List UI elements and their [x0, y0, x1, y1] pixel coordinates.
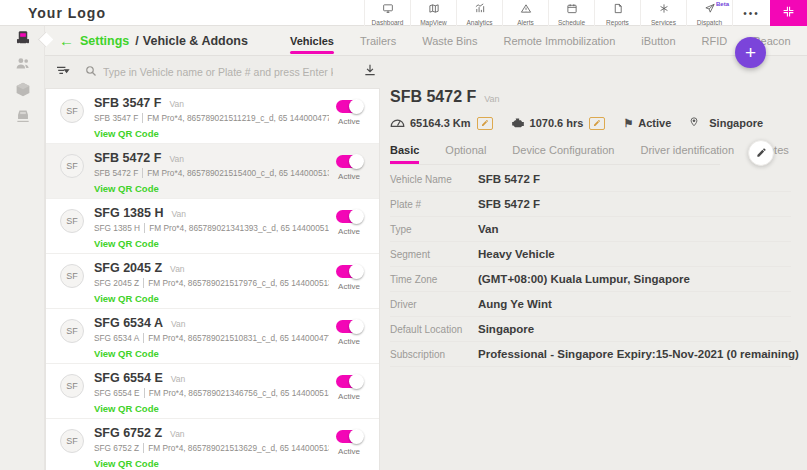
vehicle-front-icon — [14, 107, 32, 128]
field-label: Vehicle Name — [390, 174, 478, 185]
search-box — [85, 63, 363, 81]
sidebar-item-drivers[interactable] — [0, 52, 45, 78]
vehicle-type: Van — [171, 209, 186, 219]
sidebar-item-assets[interactable] — [0, 78, 45, 104]
vehicle-status-label: Active — [338, 282, 360, 291]
module-tab-label: Waste Bins — [422, 35, 477, 47]
detail-location-value: Singapore — [709, 117, 763, 129]
topnav-item[interactable]: Analytics — [456, 0, 502, 26]
vehicle-device-info: FM Pro*4, 865789021513629_c_d, 65 144000… — [148, 443, 329, 453]
page-title: Vehicle & Addons — [143, 34, 248, 48]
detail-tab[interactable]: Basic — [390, 144, 419, 164]
detail-tab[interactable]: Optional — [445, 144, 486, 164]
vehicle-list-item[interactable]: SF SFB 3547 F Van SFB 3547 FFM Pro*4, 86… — [46, 89, 379, 144]
edit-vehicle-button[interactable] — [748, 140, 774, 166]
dashboard-icon — [382, 0, 394, 18]
view-qr-code-link[interactable]: View QR Code — [94, 128, 159, 139]
vehicle-avatar: SF — [60, 319, 84, 343]
vehicle-list-item[interactable]: SF SFB 5472 F Van SFB 5472 FFM Pro*4, 86… — [46, 144, 379, 199]
field-label: Default Location — [390, 324, 478, 335]
topnav-item[interactable]: Schedule — [548, 0, 594, 26]
view-qr-code-link[interactable]: View QR Code — [94, 183, 159, 194]
module-tab[interactable]: iButton — [641, 26, 675, 56]
module-tab[interactable]: Trailers — [360, 26, 396, 56]
module-tab[interactable]: Vehicles — [290, 26, 334, 56]
detail-title: SFB 5472 F — [390, 88, 476, 106]
left-sidebar — [0, 26, 45, 470]
vehicle-list: SF SFB 3547 F Van SFB 3547 FFM Pro*4, 86… — [45, 88, 380, 470]
view-qr-code-link[interactable]: View QR Code — [94, 458, 159, 469]
active-toggle[interactable] — [336, 100, 363, 113]
field-label: Plate # — [390, 199, 478, 210]
vehicle-avatar: SF — [60, 264, 84, 288]
active-toggle[interactable] — [336, 155, 363, 168]
search-input[interactable] — [103, 66, 333, 78]
filter-button[interactable] — [55, 63, 71, 81]
active-toggle[interactable] — [336, 375, 363, 388]
vehicle-device-info: FM Pro*4, 865789021511219_c_d, 65 144000… — [147, 113, 329, 123]
breadcrumb-separator: / — [135, 34, 138, 48]
back-arrow-icon[interactable]: ← — [59, 32, 74, 49]
vehicle-list-item[interactable]: SF SFG 1385 H Van SFG 1385 HFM Pro*4, 86… — [46, 199, 379, 254]
detail-field-row: Vehicle Name SFB 5472 F — [390, 167, 791, 192]
module-tab-label: Trailers — [360, 35, 396, 47]
active-toggle[interactable] — [336, 210, 363, 223]
vehicle-plate: SFG 6554 E — [94, 388, 140, 398]
module-tab[interactable]: Waste Bins — [422, 26, 477, 56]
sidebar-item-vehicles[interactable] — [0, 26, 45, 52]
module-tab[interactable]: Remote Immobilization — [503, 26, 615, 56]
topnav-item[interactable]: Reports — [594, 0, 640, 26]
vehicle-name: SFG 6554 E — [94, 371, 163, 385]
edit-engine-hours-button[interactable] — [589, 117, 605, 130]
top-bar: Your Logo Dashboard MapView Analy — [0, 0, 807, 26]
engine-hours-value: 1070.6 hrs — [530, 117, 584, 129]
vehicle-device-info: FM Pro*4, 865789021346756_c_d, 65 144000… — [149, 388, 329, 398]
topnav-item-label: Analytics — [466, 19, 492, 26]
collapse-arrows-icon — [782, 4, 795, 22]
field-label: Time Zone — [390, 274, 478, 285]
topnav-item[interactable]: Beta Dispatch — [686, 0, 732, 26]
vehicle-list-item[interactable]: SF SFG 2045 Z Van SFG 2045 ZFM Pro*4, 86… — [46, 254, 379, 309]
more-menu-button[interactable]: ••• — [732, 0, 770, 26]
topnav-item[interactable]: MapView — [410, 0, 456, 26]
edit-odometer-button[interactable] — [477, 117, 493, 130]
vehicle-name: SFG 2045 Z — [94, 261, 162, 275]
app-window: Your Logo Dashboard MapView Analy — [0, 0, 807, 470]
active-toggle[interactable] — [336, 265, 363, 278]
vehicle-status-label: Active — [338, 337, 360, 346]
vehicle-type: Van — [169, 154, 184, 164]
vehicle-name: SFB 3547 F — [94, 96, 161, 110]
truck-icon — [14, 29, 32, 50]
view-qr-code-link[interactable]: View QR Code — [94, 348, 159, 359]
sidebar-item-depot[interactable] — [0, 104, 45, 130]
view-qr-code-link[interactable]: View QR Code — [94, 238, 159, 249]
view-qr-code-link[interactable]: View QR Code — [94, 403, 159, 414]
breadcrumb-settings-link[interactable]: Settings — [80, 34, 129, 48]
vehicle-plate: SFG 6752 Z — [94, 443, 139, 453]
vehicle-avatar: SF — [60, 99, 84, 123]
download-button[interactable] — [363, 63, 377, 81]
vehicle-list-item[interactable]: SF SFG 6752 Z Van SFG 6752 ZFM Pro*4, 86… — [46, 419, 379, 470]
topnav-item[interactable]: Services — [640, 0, 686, 26]
vehicle-list-item[interactable]: SF SFG 6534 A Van SFG 6534 AFM Pro*4, 86… — [46, 309, 379, 364]
vehicle-name: SFG 6752 Z — [94, 426, 162, 440]
detail-tab[interactable]: Device Configuration — [512, 144, 614, 164]
module-tab[interactable]: RFID — [702, 26, 728, 56]
page-header: ← Settings / Vehicle & Addons Vehicles T… — [45, 26, 807, 56]
view-qr-code-link[interactable]: View QR Code — [94, 293, 159, 304]
add-vehicle-button[interactable]: + — [735, 37, 766, 68]
topnav-item[interactable]: Alerts — [502, 0, 548, 26]
field-label: Segment — [390, 249, 478, 260]
vehicle-type: Van — [170, 264, 185, 274]
vehicle-meta: SFG 6554 EFM Pro*4, 865789021346756_c_d,… — [94, 388, 329, 398]
detail-tab[interactable]: Driver identification — [640, 144, 734, 164]
detail-tab-label: Optional — [445, 144, 486, 156]
vehicle-name: SFG 1385 H — [94, 206, 163, 220]
collapse-button[interactable] — [770, 0, 807, 26]
active-toggle[interactable] — [336, 320, 363, 333]
topnav-item[interactable]: Dashboard — [364, 0, 410, 26]
active-toggle[interactable] — [336, 430, 363, 443]
field-value: SFB 5472 F — [478, 173, 540, 185]
vehicle-list-item[interactable]: SF SFG 6554 E Van SFG 6554 EFM Pro*4, 86… — [46, 364, 379, 419]
detail-field-row: Driver Aung Ye Wint — [390, 292, 791, 317]
